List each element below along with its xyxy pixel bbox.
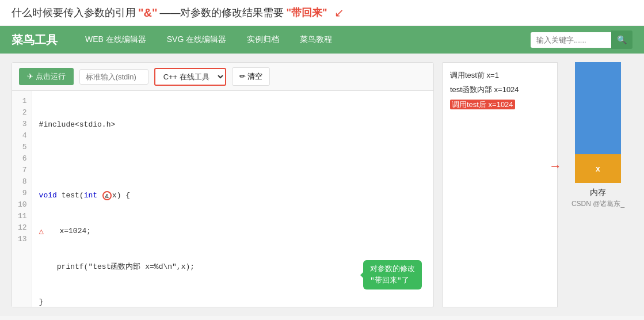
memory-block-orange: x [575,154,621,183]
bring-back-text: "带回来" [286,6,327,20]
tooltip-line1: 对参数的修改 [370,264,415,275]
editor-toolbar: ✈ 点击运行 C++ 在线工具 ✏ 清空 [12,63,433,91]
csdn-label: CSDN @诸葛东_ [571,199,624,209]
tooltip-line2: "带回来"了 [370,275,415,287]
nav-link-tutorial[interactable]: 菜鸟教程 [289,26,342,54]
code-area: 123456 78910111213 #include<stdio.h> voi… [12,91,433,307]
title-dash: ——对参数的修改结果需要 [159,6,284,20]
title-bar: 什么时候要传入参数的引用 "&" ——对参数的修改结果需要 "带回来" ↙ [0,0,644,26]
output-highlight: 调用test后 x=1024 [450,100,515,109]
editor-panel: ✈ 点击运行 C++ 在线工具 ✏ 清空 123456 78910111213 … [12,62,434,307]
tool-select[interactable]: C++ 在线工具 [154,68,226,86]
nav-link-examples[interactable]: 实例归档 [237,26,289,54]
nav-bar: 菜鸟工具 WEB 在线编辑器 SVG 在线编辑器 实例归档 菜鸟教程 🔍 [0,26,644,54]
output-line-2: test函数内部 x=1024 [450,83,550,96]
memory-panel: x 内存 CSDN @诸葛东_ → [563,62,632,307]
main-content: ✈ 点击运行 C++ 在线工具 ✏ 清空 123456 78910111213 … [0,54,644,316]
search-button[interactable]: 🔍 [611,31,632,49]
output-panel: 调用test前 x=1 test函数内部 x=1024 调用test后 x=10… [443,62,558,307]
output-line-1: 调用test前 x=1 [450,68,550,82]
nav-link-svg[interactable]: SVG 在线编辑器 [157,26,237,54]
arrow-right-icon: → [549,159,562,174]
nav-logo[interactable]: 菜鸟工具 [12,32,58,48]
nav-links: WEB 在线编辑器 SVG 在线编辑器 实例归档 菜鸟教程 [75,26,531,54]
clear-button[interactable]: ✏ 清空 [232,67,270,86]
output-text: 调用test前 x=1 test函数内部 x=1024 调用test后 x=10… [443,62,558,307]
search-input[interactable] [531,32,611,48]
code-line-3: void test(int &x) { [39,191,426,202]
tooltip-box: 对参数的修改 "带回来"了 [363,260,422,289]
nav-search: 🔍 [531,31,632,49]
nav-link-web[interactable]: WEB 在线编辑器 [75,26,157,54]
memory-x-label: x [596,164,600,173]
ampersand-symbol: "&" [138,6,157,20]
line-numbers: 123456 78910111213 [12,91,32,307]
hand-drawn-arrow: ↙ [334,6,344,20]
right-section: 调用test前 x=1 test函数内部 x=1024 调用test后 x=10… [443,62,632,307]
code-line-6: } [39,297,426,307]
run-button[interactable]: ✈ 点击运行 [19,68,74,85]
title-text-before: 什么时候要传入参数的引用 [12,6,136,20]
code-line-1: #include<stdio.h> [39,120,426,131]
memory-label: 内存 [590,188,606,198]
stdin-input[interactable] [79,69,148,85]
code-line-4: △ x=1024; [39,226,426,237]
code-line-2 [39,155,426,166]
code-content[interactable]: #include<stdio.h> void test(int &x) { △ … [32,91,433,307]
output-line-3: 调用test后 x=1024 [450,98,550,111]
memory-block-blue [575,62,621,154]
